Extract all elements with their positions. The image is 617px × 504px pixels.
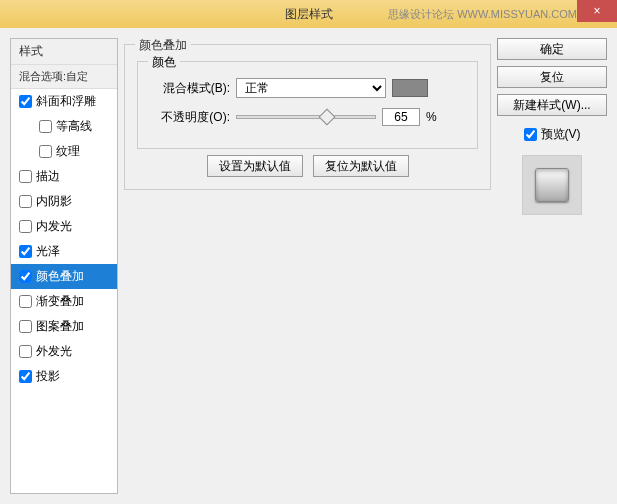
- style-checkbox[interactable]: [19, 245, 32, 258]
- settings-panel: 颜色叠加 颜色 混合模式(B): 正常 不透明度(O): %: [124, 38, 491, 494]
- content-area: 样式 混合选项:自定 斜面和浮雕等高线纹理描边内阴影内发光光泽颜色叠加渐变叠加图…: [0, 28, 617, 504]
- style-item-4[interactable]: 内阴影: [11, 189, 117, 214]
- slider-thumb[interactable]: [318, 109, 335, 126]
- preview-box: [522, 155, 582, 215]
- color-overlay-group: 颜色叠加 颜色 混合模式(B): 正常 不透明度(O): %: [124, 44, 491, 190]
- color-legend: 颜色: [148, 54, 180, 71]
- style-item-6[interactable]: 光泽: [11, 239, 117, 264]
- style-item-label: 纹理: [56, 143, 80, 160]
- blend-mode-select[interactable]: 正常: [236, 78, 386, 98]
- preview-checkbox[interactable]: [524, 128, 537, 141]
- group-legend: 颜色叠加: [135, 37, 191, 54]
- style-checkbox[interactable]: [19, 170, 32, 183]
- set-default-button[interactable]: 设置为默认值: [207, 155, 303, 177]
- style-item-10[interactable]: 外发光: [11, 339, 117, 364]
- style-item-label: 等高线: [56, 118, 92, 135]
- style-item-label: 内阴影: [36, 193, 72, 210]
- color-swatch[interactable]: [392, 79, 428, 97]
- style-checkbox[interactable]: [19, 195, 32, 208]
- styles-panel: 样式 混合选项:自定 斜面和浮雕等高线纹理描边内阴影内发光光泽颜色叠加渐变叠加图…: [10, 38, 118, 494]
- style-item-label: 斜面和浮雕: [36, 93, 96, 110]
- style-checkbox[interactable]: [19, 345, 32, 358]
- close-button[interactable]: ×: [577, 0, 617, 22]
- style-item-label: 颜色叠加: [36, 268, 84, 285]
- style-item-label: 图案叠加: [36, 318, 84, 335]
- titlebar: 图层样式 思缘设计论坛 WWW.MISSYUAN.COM ×: [0, 0, 617, 28]
- style-checkbox[interactable]: [19, 95, 32, 108]
- style-checkbox[interactable]: [19, 370, 32, 383]
- style-item-11[interactable]: 投影: [11, 364, 117, 389]
- blend-mode-row: 混合模式(B): 正常: [150, 78, 465, 98]
- style-item-5[interactable]: 内发光: [11, 214, 117, 239]
- window-title: 图层样式: [285, 6, 333, 23]
- reset-default-button[interactable]: 复位为默认值: [313, 155, 409, 177]
- style-item-label: 投影: [36, 368, 60, 385]
- style-item-label: 光泽: [36, 243, 60, 260]
- opacity-slider[interactable]: [236, 115, 376, 119]
- watermark-text: 思缘设计论坛 WWW.MISSYUAN.COM: [388, 7, 577, 22]
- preview-thumbnail: [535, 168, 569, 202]
- blend-mode-label: 混合模式(B):: [150, 80, 230, 97]
- style-checkbox[interactable]: [39, 145, 52, 158]
- preview-label: 预览(V): [541, 126, 581, 143]
- blend-options-header[interactable]: 混合选项:自定: [11, 65, 117, 89]
- color-subgroup: 颜色 混合模式(B): 正常 不透明度(O): %: [137, 61, 478, 149]
- opacity-unit: %: [426, 110, 437, 124]
- style-item-1[interactable]: 等高线: [11, 114, 117, 139]
- style-checkbox[interactable]: [19, 295, 32, 308]
- opacity-input[interactable]: [382, 108, 420, 126]
- style-item-0[interactable]: 斜面和浮雕: [11, 89, 117, 114]
- action-panel: 确定 复位 新建样式(W)... 预览(V): [497, 38, 607, 494]
- style-item-label: 渐变叠加: [36, 293, 84, 310]
- style-checkbox[interactable]: [19, 270, 32, 283]
- ok-button[interactable]: 确定: [497, 38, 607, 60]
- style-item-9[interactable]: 图案叠加: [11, 314, 117, 339]
- style-item-2[interactable]: 纹理: [11, 139, 117, 164]
- style-checkbox[interactable]: [39, 120, 52, 133]
- preview-checkbox-row: 预览(V): [497, 126, 607, 143]
- style-item-label: 内发光: [36, 218, 72, 235]
- style-item-7[interactable]: 颜色叠加: [11, 264, 117, 289]
- default-buttons-row: 设置为默认值 复位为默认值: [137, 155, 478, 177]
- style-checkbox[interactable]: [19, 220, 32, 233]
- style-checkbox[interactable]: [19, 320, 32, 333]
- style-item-label: 外发光: [36, 343, 72, 360]
- new-style-button[interactable]: 新建样式(W)...: [497, 94, 607, 116]
- styles-header[interactable]: 样式: [11, 39, 117, 65]
- close-icon: ×: [593, 4, 600, 18]
- opacity-row: 不透明度(O): %: [150, 108, 465, 126]
- cancel-button[interactable]: 复位: [497, 66, 607, 88]
- opacity-label: 不透明度(O):: [150, 109, 230, 126]
- style-item-8[interactable]: 渐变叠加: [11, 289, 117, 314]
- style-item-3[interactable]: 描边: [11, 164, 117, 189]
- style-item-label: 描边: [36, 168, 60, 185]
